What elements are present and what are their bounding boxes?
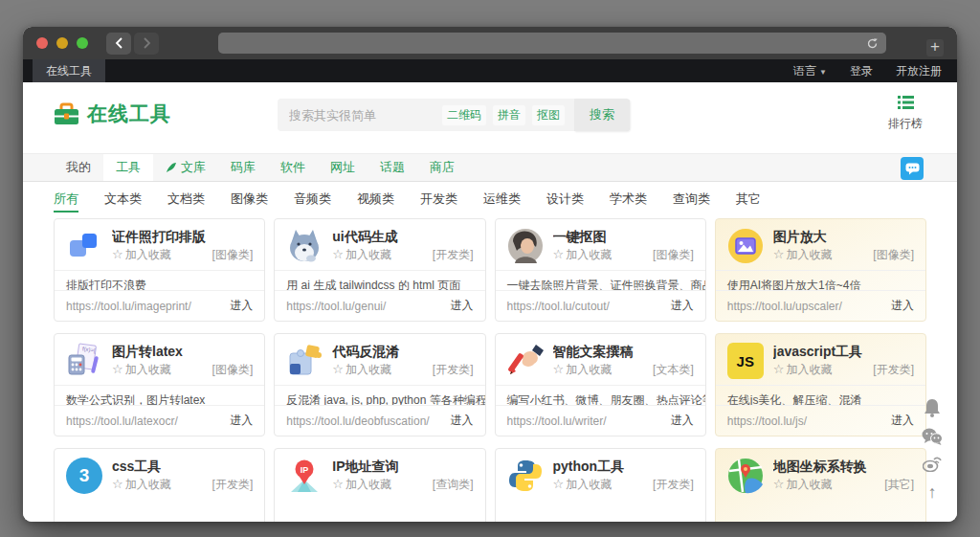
hot-search-link[interactable]: 二维码 [442,105,486,125]
tool-title[interactable]: 图片转latex [112,343,253,361]
category-other[interactable]: 其它 [736,190,761,208]
tool-title[interactable]: IP地址查询 [332,458,473,476]
add-favorite-button[interactable]: ☆加入收藏 [112,361,171,378]
category-tag[interactable]: [开发类] [212,476,254,493]
category-video[interactable]: 视频类 [357,190,394,208]
add-favorite-button[interactable]: ☆加入收藏 [773,246,833,263]
add-favorite-button[interactable]: ☆加入收藏 [332,361,391,378]
browser-window: + 在线工具 语言▼ 登录 开放注册 在线工具 [23,27,957,522]
back-button[interactable] [106,33,131,55]
weibo-icon[interactable] [923,456,942,472]
forward-button[interactable] [134,33,159,55]
tool-title[interactable]: 一键抠图 [553,228,694,246]
tab-tools[interactable]: 工具 [103,154,153,181]
category-tag[interactable]: [开发类] [433,361,474,378]
tool-title[interactable]: css工具 [112,458,253,476]
category-tag[interactable]: [图像类] [873,246,914,263]
category-design[interactable]: 设计类 [546,190,584,208]
add-favorite-button[interactable]: ☆加入收藏 [332,246,391,263]
category-all[interactable]: 所有 [54,190,78,208]
tool-url[interactable]: https://tool.lu/js/ [727,414,807,428]
category-tag[interactable]: [图像类] [653,246,694,263]
tool-title[interactable]: 地图坐标系转换 [773,458,914,476]
category-audio[interactable]: 音频类 [294,190,331,208]
category-academic[interactable]: 学术类 [610,190,647,208]
hot-search-link[interactable]: 拼音 [493,105,525,125]
add-favorite-button[interactable]: ☆加入收藏 [553,361,612,378]
add-favorite-button[interactable]: ☆加入收藏 [112,246,171,263]
language-menu[interactable]: 语言▼ [793,63,827,79]
wechat-icon[interactable] [922,428,943,445]
tool-url[interactable]: https://tool.lu/latexocr/ [66,414,178,428]
add-favorite-button[interactable]: ☆加入收藏 [553,476,612,493]
tool-title[interactable]: python工具 [553,458,694,476]
enter-link[interactable]: 进入 [451,298,474,314]
enter-link[interactable]: 进入 [230,298,253,314]
category-tag[interactable]: [开发类] [873,361,914,378]
category-tag[interactable]: [查询类] [433,476,474,493]
tool-url[interactable]: https://tool.lu/imageprint/ [66,300,191,313]
search-input[interactable] [278,108,442,123]
python-icon [507,458,544,494]
category-tag[interactable]: [图像类] [212,361,254,378]
category-dev[interactable]: 开发类 [420,190,457,208]
tool-title[interactable]: 图片放大 [773,228,914,246]
add-favorite-button[interactable]: ☆加入收藏 [553,246,612,263]
tool-title[interactable]: ui代码生成 [332,228,473,246]
chat-button[interactable] [901,157,924,180]
tab-code[interactable]: 码库 [218,154,268,181]
tool-title[interactable]: 证件照打印排版 [112,228,253,246]
hot-search-link[interactable]: 抠图 [532,105,565,125]
category-document[interactable]: 文档类 [167,190,205,208]
enter-link[interactable]: 进入 [230,413,253,429]
search-button[interactable]: 搜索 [574,99,630,131]
tool-url[interactable]: https://tool.lu/genui/ [286,300,386,313]
category-tag[interactable]: [其它] [884,476,914,493]
login-link[interactable]: 登录 [850,63,873,79]
navbar-brand[interactable]: 在线工具 [33,59,105,82]
enter-link[interactable]: 进入 [891,413,914,429]
reload-icon[interactable] [866,37,879,50]
category-tag[interactable]: [开发类] [653,476,694,493]
category-query[interactable]: 查询类 [673,190,710,208]
new-tab-button[interactable]: + [926,39,944,56]
register-link[interactable]: 开放注册 [896,63,942,79]
add-favorite-button[interactable]: ☆加入收藏 [773,361,833,378]
tab-topics[interactable]: 话题 [368,154,417,181]
maximize-window-button[interactable] [77,37,88,49]
bell-icon[interactable] [924,398,941,417]
address-bar[interactable] [218,33,886,54]
add-favorite-button[interactable]: ☆加入收藏 [112,476,171,493]
close-window-button[interactable] [36,37,48,49]
tool-url[interactable]: https://tool.lu/deobfuscation/ [286,414,429,428]
tab-store[interactable]: 商店 [417,154,467,181]
category-tag[interactable]: [图像类] [212,246,254,263]
tool-description: 反混淆 java, js, php, python 等各种编程... [275,385,484,405]
ranking-link[interactable]: 排行榜 [888,96,923,132]
category-tag[interactable]: [开发类] [433,246,474,263]
tool-url[interactable]: https://tool.lu/writer/ [507,414,607,428]
tool-url[interactable]: https://tool.lu/cutout/ [507,300,610,313]
tool-title[interactable]: javascript工具 [773,343,914,361]
enter-link[interactable]: 进入 [671,413,694,429]
tool-title[interactable]: 智能文案撰稿 [553,343,694,361]
category-tag[interactable]: [文本类] [653,361,694,378]
enter-link[interactable]: 进入 [891,298,914,314]
tab-mine[interactable]: 我的 [54,154,103,181]
site-logo[interactable]: 在线工具 [54,101,171,127]
tab-library[interactable]: 文库 [153,154,218,181]
add-favorite-button[interactable]: ☆加入收藏 [773,476,833,493]
category-image[interactable]: 图像类 [231,190,268,208]
category-text[interactable]: 文本类 [104,190,142,208]
enter-link[interactable]: 进入 [451,413,474,429]
tab-websites[interactable]: 网址 [318,154,368,181]
add-favorite-button[interactable]: ☆加入收藏 [332,476,391,493]
minimize-window-button[interactable] [56,37,68,49]
tool-url[interactable]: https://tool.lu/upscaler/ [727,300,842,313]
back-to-top-button[interactable]: ↑ [928,482,937,503]
tool-title[interactable]: 代码反混淆 [332,343,473,361]
enter-link[interactable]: 进入 [671,298,694,314]
star-icon: ☆ [332,476,344,493]
category-ops[interactable]: 运维类 [483,190,521,208]
tab-software[interactable]: 软件 [268,154,318,181]
